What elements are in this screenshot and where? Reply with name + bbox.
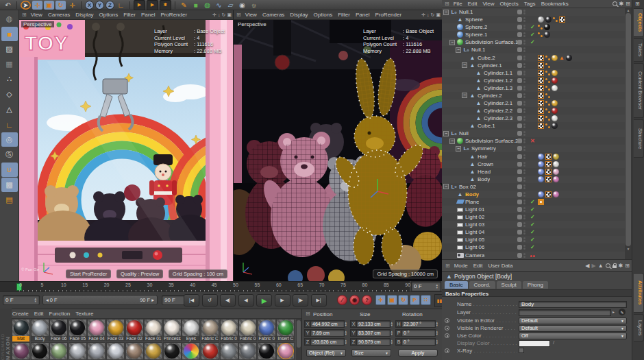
material-face-03-0-5[interactable]: Face 03 <box>106 319 125 341</box>
mode-menu-mode[interactable]: Mode <box>451 263 471 269</box>
material-princess-0-8[interactable]: Princess <box>163 319 182 341</box>
material-gold-st-1-7[interactable]: Gold St <box>144 342 162 360</box>
panel-grid-icon[interactable]: ⊞ <box>445 263 450 269</box>
uvw-tag-icon[interactable] <box>538 32 543 38</box>
material-fabric-0-0-11[interactable]: Fabric 0 <box>220 319 238 341</box>
tree-item-subdivision-surface-2[interactable]: −Subdivision Surface.2✕ <box>442 137 625 145</box>
render-view-icon[interactable]: ▶ <box>134 0 145 10</box>
panel-tab-content-browser[interactable]: Content Browser <box>634 63 644 118</box>
material-tag-icon[interactable] <box>552 108 558 114</box>
rotation-h-field[interactable]: H22.307 °▲▼ <box>395 320 438 328</box>
anim-dot-icon[interactable] <box>445 326 449 331</box>
material-body-0-1[interactable]: Body <box>31 319 49 341</box>
selection-tag-icon[interactable] <box>545 161 552 167</box>
workplane-lock-icon[interactable]: ▩ <box>1 178 18 192</box>
panel-tab-layers[interactable]: Layers <box>634 314 644 341</box>
selection-tag-icon[interactable] <box>538 123 544 129</box>
uvw-tag-icon[interactable] <box>545 77 550 84</box>
zoom-view-icon[interactable]: ↓ <box>218 12 221 18</box>
autokeying-button[interactable]: ◉ <box>349 295 360 305</box>
material-tag-icon[interactable] <box>553 191 559 197</box>
material-fabric-0-0-12[interactable]: Fabric 0 <box>238 319 257 341</box>
visibility-toggles[interactable] <box>517 40 525 45</box>
start-prorender-button[interactable]: Start ProRender <box>66 269 111 278</box>
selection-tag-icon[interactable] <box>545 176 552 182</box>
visibility-toggles[interactable] <box>517 32 525 37</box>
keyframe-options-button[interactable]: ? <box>362 295 372 305</box>
quality-preview-button[interactable]: Quality : Preview <box>116 269 163 278</box>
material-face-01-0-7[interactable]: Face 01 <box>144 319 162 341</box>
material-fabric-p-1-14[interactable]: Fabric P <box>276 342 295 360</box>
use-color-dropdown[interactable]: Off▼ <box>519 333 627 339</box>
rotate-view-icon[interactable]: ↻ <box>222 12 226 18</box>
zoom-view-icon[interactable]: ↓ <box>427 12 430 18</box>
position-z-field[interactable]: Z-93.626 cm▲▼ <box>304 338 347 346</box>
play-reverse-button[interactable]: ↺ <box>202 294 218 307</box>
viewport-right-menu-display[interactable]: Display <box>287 12 310 18</box>
uvw-tag-icon[interactable] <box>545 62 550 69</box>
enable-axis-mode-icon[interactable]: ∟ <box>1 117 18 132</box>
selection-tag-icon[interactable] <box>545 191 552 197</box>
tree-item-light-05[interactable]: Light 05✓ <box>442 236 625 243</box>
visibility-toggles[interactable] <box>517 169 525 174</box>
material-plastic-1-1[interactable]: Plastic <box>31 342 49 360</box>
lock-z-axis-icon[interactable]: Z <box>106 1 114 10</box>
material-eyes-0-9[interactable]: Eyes <box>182 319 200 341</box>
goto-end-button[interactable]: ▶| <box>311 294 327 307</box>
viewport-left-menu-panel[interactable]: Panel <box>138 12 158 18</box>
material-tag-icon[interactable] <box>544 24 550 30</box>
tree-item-null[interactable]: −LoNull <box>442 130 625 137</box>
tab-coord[interactable]: Coord. <box>469 281 495 289</box>
viewport-left[interactable]: ⊞ ViewCamerasDisplayOptionsFilterPanelPr… <box>19 10 233 281</box>
layer-field[interactable] <box>519 309 611 316</box>
uvw-tag-icon[interactable] <box>545 85 550 91</box>
panel-grid-icon[interactable]: ⊞ <box>236 12 241 18</box>
material-silver-1-5[interactable]: Silver <box>106 342 125 360</box>
panel-tab-objects[interactable]: Objects <box>634 8 644 37</box>
lock-y-axis-icon[interactable]: Y <box>95 1 104 10</box>
om-menu-tags[interactable]: Tags <box>521 1 538 7</box>
tab-sculpt[interactable]: Sculpt <box>497 281 521 289</box>
visibility-toggles[interactable] <box>517 123 525 128</box>
material-fabric-0-0-13[interactable]: Fabric 0 <box>258 319 276 341</box>
visibility-toggles[interactable] <box>517 116 525 121</box>
material-tag-icon[interactable] <box>552 77 558 84</box>
tab-phong[interactable]: Phong <box>523 281 548 289</box>
key-parameter-toggle[interactable]: P <box>410 295 420 305</box>
visibility-toggles[interactable] <box>517 245 525 250</box>
material-tag-icon[interactable] <box>553 176 559 182</box>
pan-view-icon[interactable]: ✛ <box>421 12 425 18</box>
nav-back-icon[interactable]: ◀ <box>585 263 589 269</box>
material-face-05-0-3[interactable]: Face 05 <box>69 319 87 341</box>
anim-dot-icon[interactable] <box>445 318 449 323</box>
visibility-toggles[interactable] <box>517 154 525 159</box>
material-tag-icon[interactable] <box>538 191 544 197</box>
om-menu-edit[interactable]: Edit <box>465 1 480 7</box>
material-face-02-0-6[interactable]: Face 02 <box>125 319 144 341</box>
goto-start-button[interactable]: |◀ <box>184 294 199 307</box>
panel-grid-icon[interactable]: ⊞ <box>306 311 310 317</box>
object-manager-scrollbar[interactable]: ▲▼ <box>625 8 632 259</box>
material-tag-icon[interactable] <box>553 161 559 167</box>
material-tag-icon[interactable] <box>553 169 559 175</box>
selection-tag-icon[interactable] <box>538 70 544 76</box>
om-menu-file[interactable]: File <box>451 1 465 7</box>
expander-icon[interactable]: − <box>443 184 449 189</box>
uvw-tag-icon[interactable] <box>545 93 550 99</box>
next-frame-button[interactable]: ▶ <box>275 294 290 307</box>
current-frame-spinner[interactable]: 0 F▲▼ <box>3 295 40 305</box>
material-mat-0-0[interactable]: Mat <box>12 319 30 341</box>
viewport-left-menu-cameras[interactable]: Cameras <box>45 12 73 18</box>
panel-tab-structure[interactable]: Structure <box>634 119 644 158</box>
viewport-right-scene[interactable]: Perspective Layer: Base ObjectCurrent Le… <box>234 20 442 281</box>
prev-key-button[interactable]: ◀| <box>220 294 236 307</box>
visibility-toggles[interactable] <box>517 139 525 143</box>
material-face-04-0-4[interactable]: Face 04 <box>87 319 106 341</box>
add-icon[interactable]: ⊞ <box>626 1 630 7</box>
key-pla-toggle[interactable]: ∷ <box>421 295 431 305</box>
material-menu-edit[interactable]: Edit <box>32 311 47 317</box>
material-glass-1-11[interactable]: Glass <box>220 342 238 360</box>
tree-item-light-01[interactable]: Light 01✓ <box>442 206 625 213</box>
size-x-field[interactable]: X92.133 cm▲▼ <box>350 320 393 328</box>
visibility-toggles[interactable] <box>517 200 525 204</box>
